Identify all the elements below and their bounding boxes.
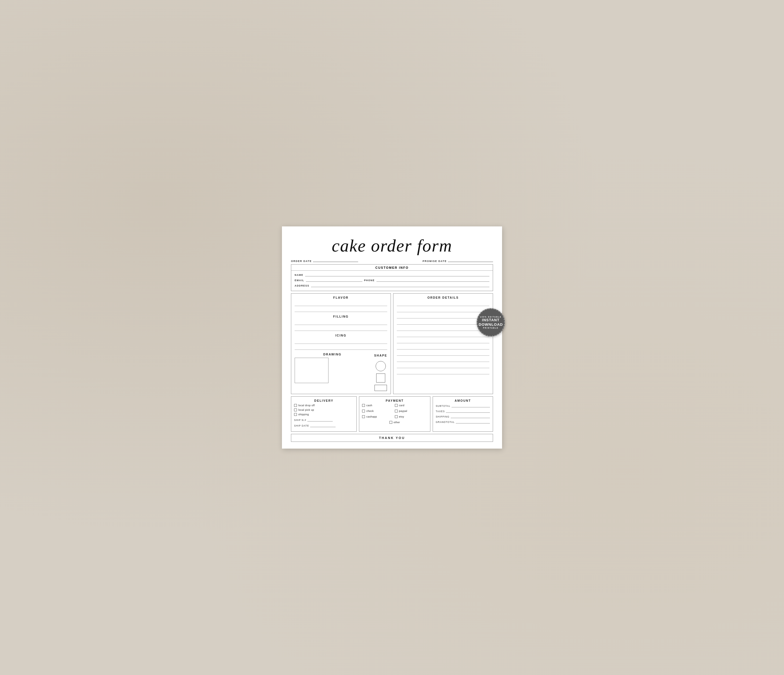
date-row: ORDER DATE PROMISE DATE xyxy=(291,260,493,263)
delivery-checkbox-2[interactable] xyxy=(294,408,297,412)
od-line-6 xyxy=(397,332,489,337)
payment-checkbox-check[interactable] xyxy=(362,410,365,412)
subtotal-label: SUBTOTAL xyxy=(436,405,450,407)
shipping-row: SHIPPING xyxy=(436,415,490,418)
payment-checkbox-cashapp[interactable] xyxy=(362,415,365,418)
order-details-section: ORDER DETAILS xyxy=(393,293,493,394)
payment-other-row: other xyxy=(362,421,427,426)
promise-date-label: PROMISE DATE xyxy=(423,260,447,263)
email-phone-row: EMAIL PHONE xyxy=(295,278,489,282)
grandtotal-line xyxy=(456,420,490,424)
payment-checkbox-paypal[interactable] xyxy=(395,410,398,412)
payment-other: other xyxy=(389,421,400,424)
payment-card: card xyxy=(395,404,427,407)
payment-label-cashapp: cashapp xyxy=(366,415,377,418)
taxes-label: TAXES xyxy=(436,410,445,413)
customer-info-header: CUSTOMER INFO xyxy=(291,265,493,271)
shape-label: SHAPE xyxy=(374,354,387,357)
promise-date-line xyxy=(448,262,493,262)
amount-header: AMOUNT xyxy=(436,399,490,402)
payment-header: PAYMENT xyxy=(362,399,427,402)
promise-date-field: PROMISE DATE xyxy=(423,260,493,263)
address-row: ADDRESS xyxy=(295,283,489,287)
subtotal-row: SUBTOTAL xyxy=(436,404,490,407)
filling-lines xyxy=(295,320,387,331)
drawing-area: DRAWING xyxy=(295,352,370,391)
address-label: ADDRESS xyxy=(295,284,309,287)
od-line-1 xyxy=(397,301,489,306)
icing-line-2 xyxy=(295,345,387,350)
shipping-label: SHIPPING xyxy=(436,415,450,418)
od-line-11 xyxy=(397,363,489,368)
delivery-checkbox-3[interactable] xyxy=(294,413,297,416)
payment-checkbox-card[interactable] xyxy=(395,404,398,407)
flavor-line-1 xyxy=(295,301,387,306)
drawing-box xyxy=(295,358,328,383)
amount-section: AMOUNT SUBTOTAL TAXES SHIPPING GRANDTOTA… xyxy=(432,396,493,432)
od-line-4 xyxy=(397,320,489,325)
delivery-header: DELIVERY xyxy=(294,399,354,402)
payment-label-other: other xyxy=(394,421,400,424)
delivery-section: DELIVERY local drop off local pick up sh… xyxy=(291,396,357,432)
od-line-2 xyxy=(397,307,489,312)
badge-main-text: INSTANTDOWNLOAD xyxy=(479,318,503,327)
od-line-9 xyxy=(397,351,489,356)
flavor-lines xyxy=(295,301,387,312)
order-date-label: ORDER DATE xyxy=(291,260,312,263)
thank-you-footer: THANK YOU xyxy=(291,434,493,442)
filling-line-2 xyxy=(295,326,387,331)
ship-n-line xyxy=(307,418,333,421)
payment-checkbox-cash[interactable] xyxy=(362,404,365,407)
payment-grid: cash card check paypal cashapp xyxy=(362,404,427,426)
payment-checkbox-etsy[interactable] xyxy=(395,415,398,418)
shape-square xyxy=(376,374,385,382)
badge-bottom-text: PRINTABLE xyxy=(483,327,499,329)
email-line xyxy=(306,278,362,282)
od-line-7 xyxy=(397,338,489,343)
shape-rect xyxy=(375,385,387,391)
badge-overlay: 100% EDITABLE INSTANTDOWNLOAD PRINTABLE xyxy=(477,308,505,337)
shape-area: SHAPE xyxy=(374,354,387,391)
od-line-3 xyxy=(397,313,489,318)
delivery-label-1: local drop off xyxy=(298,404,315,407)
bottom-row: DELIVERY local drop off local pick up sh… xyxy=(291,396,493,432)
payment-label-card: card xyxy=(399,404,405,407)
order-date-field: ORDER DATE xyxy=(291,260,358,263)
icing-line-1 xyxy=(295,339,387,344)
payment-check: check xyxy=(362,410,395,412)
delivery-label-2: local pick up xyxy=(298,408,314,412)
delivery-label-3: shipping xyxy=(298,413,309,416)
email-label: EMAIL xyxy=(295,279,304,282)
delivery-option-3: shipping xyxy=(294,413,354,416)
icing-lines xyxy=(295,339,387,350)
drawing-label: DRAWING xyxy=(295,352,370,356)
badge-top-text: 100% EDITABLE xyxy=(480,316,501,318)
title-area: cake order form xyxy=(291,233,493,257)
payment-etsy: etsy xyxy=(395,415,427,418)
flavor-section: FLAVOR FILLING ICING DRAWING xyxy=(291,293,391,394)
payment-label-etsy: etsy xyxy=(399,415,404,418)
middle-row: FLAVOR FILLING ICING DRAWING xyxy=(291,293,493,394)
shape-circle xyxy=(376,361,386,371)
ship-date-line xyxy=(310,424,336,427)
payment-cash: cash xyxy=(362,404,395,407)
taxes-row: TAXES xyxy=(436,409,490,413)
payment-label-paypal: paypal xyxy=(399,410,408,412)
payment-section: PAYMENT cash card check paypal xyxy=(359,396,430,432)
flavor-line-2 xyxy=(295,307,387,312)
flavor-header: FLAVOR xyxy=(295,296,387,299)
customer-info-section: CUSTOMER INFO NAME EMAIL PHONE ADDRESS xyxy=(291,264,493,291)
delivery-checkbox-1[interactable] xyxy=(294,404,297,407)
od-line-5 xyxy=(397,326,489,331)
order-details-header: ORDER DETAILS xyxy=(397,296,489,299)
phone-line xyxy=(376,278,489,282)
ship-date-label: SHIP DATE xyxy=(294,424,309,427)
order-date-line xyxy=(313,262,358,262)
form-paper: 100% EDITABLE INSTANTDOWNLOAD PRINTABLE … xyxy=(282,226,502,449)
payment-checkbox-other[interactable] xyxy=(389,421,392,424)
payment-cashapp: cashapp xyxy=(362,415,395,418)
delivery-option-2: local pick up xyxy=(294,408,354,412)
filling-header: FILLING xyxy=(295,315,387,318)
payment-paypal: paypal xyxy=(395,410,427,412)
ship-n-label: SHIP N.# xyxy=(294,419,306,421)
